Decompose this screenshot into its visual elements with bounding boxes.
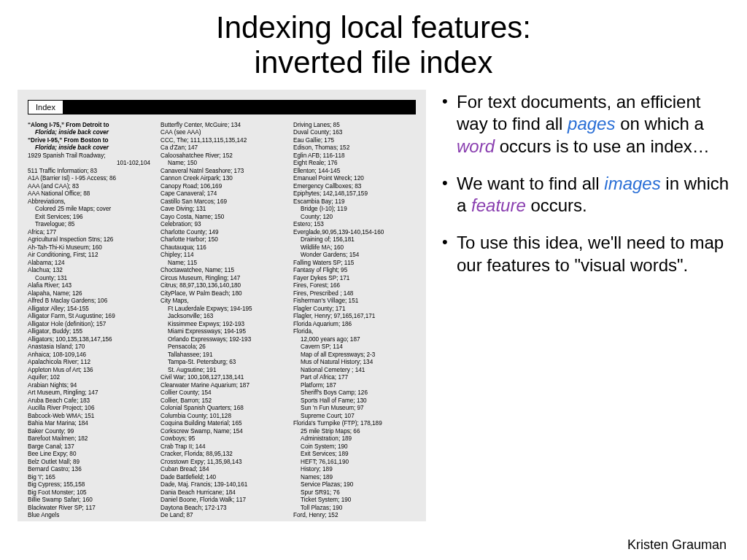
index-entry: Mus of Natural History; 134 [293, 359, 416, 367]
index-entry: CityPlace, W Palm Beach; 180 [160, 290, 283, 298]
index-entry: Baker County; 99 [28, 428, 150, 436]
index-entry: Cuban Bread; 184 [160, 466, 283, 474]
index-entry: Wonder Gardens; 154 [293, 252, 416, 260]
index-entry: Anhaica; 108-109,146 [28, 351, 150, 359]
index-entry: Alachua; 132 [28, 267, 150, 275]
title-line-1: Indexing local features: [216, 10, 531, 44]
index-column-3: Driving Lanes; 85Duval County; 163Eau Ga… [293, 122, 416, 520]
index-entry: Tallahassee; 191 [160, 351, 283, 359]
index-entry: Blackwater River SP; 117 [28, 505, 150, 513]
index-entry: CCC, The; 111,113,115,135,142 [160, 137, 283, 145]
index-entry: Citrus; 88,97,130,136,140,180 [160, 282, 283, 290]
index-entry: Colonial Spanish Quarters; 168 [160, 405, 283, 413]
index-entry: Alligator Hole (definition); 157 [28, 321, 150, 329]
index-entry: Columbia County; 101,128 [160, 413, 283, 421]
index-entry: Babcock-Web WMA; 151 [28, 413, 150, 421]
index-entry: Bernard Castro; 136 [28, 466, 150, 474]
index-entry: Abbreviations, [28, 198, 150, 206]
index-entry: Flagler, Henry; 97,165,167,171 [293, 313, 416, 321]
index-entry: Ticket System; 190 [293, 497, 416, 505]
index-header-blackbar [63, 100, 416, 114]
index-entry: Travelogue; 85 [28, 221, 150, 229]
index-entry: Supreme Court; 107 [293, 413, 416, 421]
index-entry: Cowboys; 95 [160, 435, 283, 443]
index-entry: Names; 189 [293, 474, 416, 482]
index-entry: Coin System; 190 [293, 443, 416, 451]
index-entry: Charlotte County; 149 [160, 229, 283, 237]
index-entry: Fantasy of Flight; 95 [293, 267, 416, 275]
index-entry: History; 189 [293, 466, 416, 474]
index-entry: Big Foot Monster; 105 [28, 489, 150, 497]
index-entry: Name; 150 [160, 160, 283, 168]
index-entry: Bridge (I-10); 119 [293, 206, 416, 214]
index-entry: County; 120 [293, 214, 416, 222]
index-entry: Bahia Mar Marina; 184 [28, 420, 150, 428]
index-entry: Fayer Dykes SP; 171 [293, 275, 416, 283]
index-entry: Alligator, Buddy; 155 [28, 328, 150, 336]
index-entry: 1929 Spanish Trail Roadway; [28, 152, 150, 160]
index-entry: Service Plazas; 190 [293, 481, 416, 489]
index-header-bar: Index [28, 100, 416, 114]
index-entry: Corkscrew Swamp, Name; 154 [160, 428, 283, 436]
index-entry: De Land; 87 [160, 512, 283, 520]
index-entry: Sun 'n Fun Museum; 97 [293, 405, 416, 413]
index-entry: 12,000 years ago; 187 [293, 336, 416, 344]
bullet-text: on which a [615, 114, 703, 133]
index-entry: Ellenton; 144-145 [293, 168, 416, 176]
index-entry: Florida; inside back cover [28, 129, 150, 137]
index-entry: Aruba Beach Cafe; 183 [28, 397, 150, 405]
index-entry: Collier, Barron; 152 [160, 397, 283, 405]
index-entry: Draining of; 156,181 [293, 236, 416, 244]
index-entry: Chautauqua; 116 [160, 244, 283, 252]
index-entry: Art Museum, Ringling; 147 [28, 389, 150, 397]
index-entry: Eight Reale; 176 [293, 160, 416, 168]
bullet-1: For text documents, an efficient way to … [439, 91, 729, 158]
index-entry: Cave Diving; 131 [160, 206, 283, 214]
index-entry: Alapaha, Name; 126 [28, 290, 150, 298]
bullet-text: pages [568, 114, 615, 133]
index-entry: Florida; inside back cover [28, 144, 150, 152]
index-entry: Wildlife MA; 160 [293, 244, 416, 252]
index-entry: Miami Expressways; 194-195 [160, 328, 283, 336]
index-entry: Blue Angels [28, 512, 150, 520]
bullets-ul: For text documents, an efficient way to … [439, 91, 729, 277]
index-entry: Alligator Farm, St Augustine; 169 [28, 313, 150, 321]
index-entry: Sheriff's Boys Camp; 126 [293, 389, 416, 397]
bullet-text: images [604, 174, 660, 193]
index-entry: City Maps, [160, 298, 283, 306]
index-entry: Chipley; 114 [160, 252, 283, 260]
bullet-2: We want to find all images in which a fe… [439, 173, 729, 217]
index-entry: Barefoot Mailmen; 182 [28, 435, 150, 443]
index-entry: A1A (Barrier Isl) - I-95 Access; 86 [28, 175, 150, 183]
index-entry: Florida's Turnpike (FTP); 178,189 [293, 420, 416, 428]
index-column-2: Butterfly Center, McGuire; 134CAA (see A… [160, 122, 283, 520]
index-entry: Barge Canal; 137 [28, 443, 150, 451]
index-entry: “Along I-75,” From Detroit to [28, 122, 150, 130]
index-entry: Jacksonville; 163 [160, 313, 283, 321]
index-entry: Cracker, Florida; 88,95,132 [160, 451, 283, 459]
index-entry: Castillo San Marcos; 169 [160, 198, 283, 206]
index-entry: Florida Aquarium; 186 [293, 321, 416, 329]
index-entry: Caloosahatchee River; 152 [160, 152, 283, 160]
index-entry: Eglin AFB; 116-118 [293, 152, 416, 160]
index-entry: Platform; 187 [293, 382, 416, 390]
index-entry: Daytona Beach; 172-173 [160, 505, 283, 513]
index-entry: Billie Swamp Safari; 160 [28, 497, 150, 505]
title-line-2: inverted file index [255, 45, 493, 79]
index-entry: Eau Gallie; 175 [293, 137, 416, 145]
index-entry: “Drive I-95,” From Boston to [28, 137, 150, 145]
index-entry: AAA National Office; 88 [28, 190, 150, 198]
index-entry: Dade Battlefield; 140 [160, 474, 283, 482]
index-entry: Charlotte Harbor; 150 [160, 236, 283, 244]
index-entry: Crab Trap II; 144 [160, 443, 283, 451]
index-entry: Alfred B Maclay Gardens; 106 [28, 298, 150, 306]
index-entry: Big Cypress; 155,158 [28, 481, 150, 489]
index-entry: Duval County; 163 [293, 129, 416, 137]
slide-content: Index “Along I-75,” From Detroit toFlori… [0, 81, 747, 521]
index-entry: Cavern SP; 114 [293, 343, 416, 351]
index-entry: Aucilla River Project; 106 [28, 405, 150, 413]
index-entry: Big 'I'; 165 [28, 474, 150, 482]
index-entry: HEFT; 76,161,190 [293, 459, 416, 467]
index-entry: Africa; 177 [28, 229, 150, 237]
index-entry: Clearwater Marine Aquarium; 187 [160, 382, 283, 390]
